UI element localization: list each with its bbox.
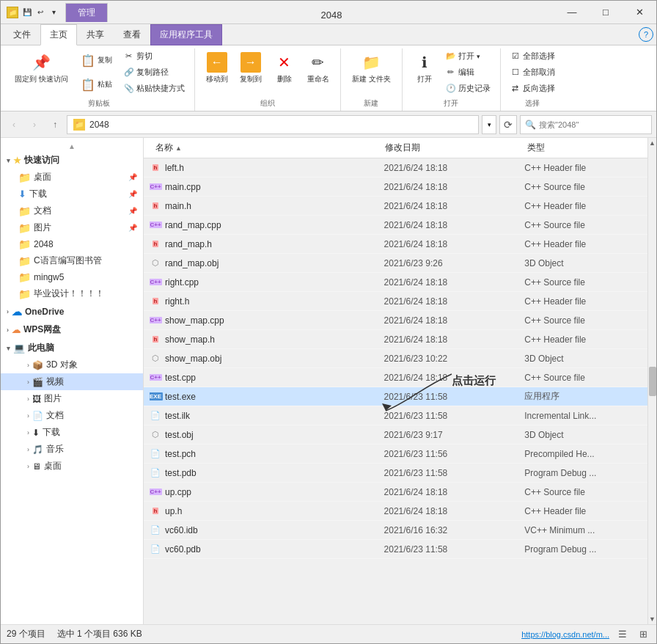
tab-share[interactable]: 共享	[77, 24, 114, 45]
table-row[interactable]: h right.h 2021/6/24 18:18 C++ Header fil…	[144, 292, 647, 311]
status-right: https://blog.csdn.net/m... ☰ ⊞	[521, 627, 650, 642]
maximize-button[interactable]: □	[589, 1, 623, 24]
tab-apptools[interactable]: 应用程序工具	[150, 24, 222, 45]
select-all-button[interactable]: ☑ 全部选择	[507, 48, 559, 64]
move-icon: ←	[207, 52, 227, 73]
sidebar-item-pc-desktop[interactable]: › 🖥 桌面	[1, 458, 143, 475]
sidebar-item-pictures[interactable]: 📁 图片 📌	[1, 219, 143, 236]
cut-button[interactable]: ✂ 剪切	[120, 48, 188, 64]
sidebar-item-3d-objects[interactable]: › 📦 3D 对象	[1, 356, 143, 373]
scroll-up-btn[interactable]: ▲	[649, 139, 656, 147]
sidebar-item-pc-downloads[interactable]: › ⬇ 下载	[1, 424, 143, 441]
table-row[interactable]: 📄 test.pdb 2021/6/23 11:58 Program Debug…	[144, 464, 647, 483]
copy-to-button[interactable]: → 复制到	[235, 48, 267, 88]
sidebar-item-mingw5[interactable]: 📁 mingw5	[1, 269, 143, 285]
table-row[interactable]: C++ up.cpp 2021/6/24 18:18 C++ Source fi…	[144, 483, 647, 502]
table-row[interactable]: ⬡ rand_map.obj 2021/6/23 9:26 3D Object	[144, 254, 647, 273]
refresh-button[interactable]: ⟳	[499, 115, 517, 134]
table-row[interactable]: EXE test.exe 2021/6/23 11:58 应用程序	[144, 387, 647, 406]
sidebar-item-desktop[interactable]: 📁 桌面 📌	[1, 169, 143, 186]
paste-shortcut-button[interactable]: 📎 粘贴快捷方式	[120, 81, 188, 96]
file-type-icon: ⬡	[150, 257, 161, 269]
sidebar-onedrive-header[interactable]: › ☁ OneDrive	[1, 304, 143, 320]
file-type-icon: 📄	[150, 410, 161, 422]
history-button[interactable]: 🕐 历史记录	[442, 81, 494, 96]
address-path[interactable]: 📁 2048	[67, 115, 479, 134]
select-none-button[interactable]: ☐ 全部取消	[507, 65, 559, 80]
up-button[interactable]: ↑	[46, 116, 64, 133]
table-row[interactable]: h rand_map.h 2021/6/24 18:18 C++ Header …	[144, 235, 647, 254]
sidebar-scroll-up[interactable]: ▲	[1, 141, 143, 152]
table-row[interactable]: 📄 test.ilk 2021/6/23 11:58 Incremental L…	[144, 406, 647, 425]
delete-button[interactable]: ✕ 删除	[268, 48, 301, 88]
tab-home[interactable]: 主页	[40, 24, 77, 45]
col-header-date[interactable]: 修改日期	[379, 139, 521, 157]
sidebar-item-cbook[interactable]: 📁 C语言编写图书管	[1, 252, 143, 269]
sidebar-item-video[interactable]: › 🎬 视频	[1, 373, 143, 390]
table-row[interactable]: h left.h 2021/6/24 18:18 C++ Header file	[144, 158, 647, 178]
forward-button[interactable]: ›	[26, 116, 43, 133]
quick-undo-btn[interactable]: ↩	[34, 7, 46, 18]
table-row[interactable]: C++ main.cpp 2021/6/24 18:18 C++ Source …	[144, 178, 647, 197]
file-list[interactable]: h left.h 2021/6/24 18:18 C++ Header file…	[144, 158, 647, 624]
sidebar-item-downloads[interactable]: ⬇ 下载 📌	[1, 186, 143, 202]
copy-path-button[interactable]: 🔗 复制路径	[120, 65, 188, 80]
address-dropdown-btn[interactable]: ▾	[482, 115, 496, 134]
tab-view[interactable]: 查看	[114, 24, 150, 45]
list-view-btn[interactable]: ☰	[615, 627, 630, 642]
table-row[interactable]: h show_map.h 2021/6/24 18:18 C++ Header …	[144, 330, 647, 349]
minimize-button[interactable]: —	[555, 1, 589, 24]
file-type-cell: 3D Object	[524, 354, 642, 364]
sidebar-item-music[interactable]: › 🎵 音乐	[1, 441, 143, 458]
table-row[interactable]: 📄 test.pch 2021/6/23 11:56 Precompiled H…	[144, 444, 647, 464]
file-type-cell: C++ Header file	[524, 506, 642, 516]
quick-save-btn[interactable]: 💾	[21, 7, 33, 18]
sidebar-item-documents[interactable]: 📁 文档 📌	[1, 202, 143, 219]
search-input[interactable]	[539, 120, 647, 129]
table-row[interactable]: ⬡ show_map.obj 2021/6/23 10:22 3D Object	[144, 349, 647, 368]
sidebar-item-2048[interactable]: 📁 2048	[1, 236, 143, 252]
paste-shortcut-icon: 📎	[124, 84, 134, 94]
table-row[interactable]: C++ test.cpp 2021/6/24 18:18 C++ Source …	[144, 368, 647, 387]
sidebar-item-graduation[interactable]: 📁 毕业设计！！！！	[1, 285, 143, 302]
table-row[interactable]: h up.h 2021/6/24 18:18 C++ Header file	[144, 502, 647, 521]
rename-button[interactable]: ✏ 重命名	[302, 48, 334, 88]
manage-tab[interactable]: 管理	[65, 3, 108, 22]
scrollbar-thumb[interactable]	[649, 367, 656, 396]
properties-button[interactable]: ℹ 打开	[408, 48, 441, 88]
open-button[interactable]: 📂 打开 ▾	[442, 48, 494, 64]
scroll-down-btn[interactable]: ▼	[649, 615, 656, 623]
table-row[interactable]: C++ show_map.cpp 2021/6/24 18:18 C++ Sou…	[144, 311, 647, 330]
sidebar-wps-header[interactable]: › ☁ WPS网盘	[1, 321, 143, 338]
quick-dropdown-btn[interactable]: ▾	[48, 7, 59, 18]
sidebar-thispc-header[interactable]: ▾ 💻 此电脑	[1, 340, 143, 356]
tab-file[interactable]: 文件	[4, 24, 40, 45]
paste-button[interactable]: 📋 粘贴	[75, 73, 119, 96]
close-button[interactable]: ✕	[623, 1, 656, 24]
col-header-name[interactable]: 名称 ▲	[150, 139, 379, 157]
scrollbar-right[interactable]: ▲ ▼	[647, 138, 656, 624]
open-label: 打开	[444, 96, 458, 111]
table-row[interactable]: 📄 vc60.idb 2021/6/16 16:32 VC++ Minimum …	[144, 521, 647, 540]
new-folder-button[interactable]: 📁 新建 文件夹	[347, 48, 396, 88]
sidebar-quickaccess-header[interactable]: ▾ ★ 快速访问	[1, 152, 143, 169]
invert-selection-button[interactable]: ⇄ 反向选择	[507, 81, 559, 96]
sidebar-item-pc-documents[interactable]: › 📄 文档	[1, 407, 143, 424]
copy-button[interactable]: 📋 复制	[75, 48, 119, 72]
table-row[interactable]: C++ right.cpp 2021/6/24 18:18 C++ Source…	[144, 273, 647, 292]
chevron-right-icon: ›	[27, 463, 29, 470]
move-to-button[interactable]: ← 移动到	[201, 48, 233, 88]
back-button[interactable]: ‹	[5, 116, 23, 133]
sidebar-item-pc-pictures[interactable]: › 🖼 图片	[1, 390, 143, 407]
table-row[interactable]: C++ rand_map.cpp 2021/6/24 18:18 C++ Sou…	[144, 216, 647, 235]
pin-to-quick-access-button[interactable]: 📌 固定到 快速访问	[10, 48, 73, 88]
status-link[interactable]: https://blog.csdn.net/m...	[521, 630, 609, 639]
table-row[interactable]: 📄 vc60.pdb 2021/6/23 11:58 Program Debug…	[144, 540, 647, 559]
col-header-type[interactable]: 类型	[521, 139, 642, 157]
table-row[interactable]: ⬡ test.obj 2021/6/23 9:17 3D Object	[144, 425, 647, 444]
file-date-cell: 2021/6/24 18:18	[384, 373, 525, 383]
edit-button[interactable]: ✏ 编辑	[442, 65, 494, 80]
detail-view-btn[interactable]: ⊞	[636, 627, 650, 642]
table-row[interactable]: h main.h 2021/6/24 18:18 C++ Header file	[144, 197, 647, 216]
help-button[interactable]: ?	[639, 27, 653, 42]
